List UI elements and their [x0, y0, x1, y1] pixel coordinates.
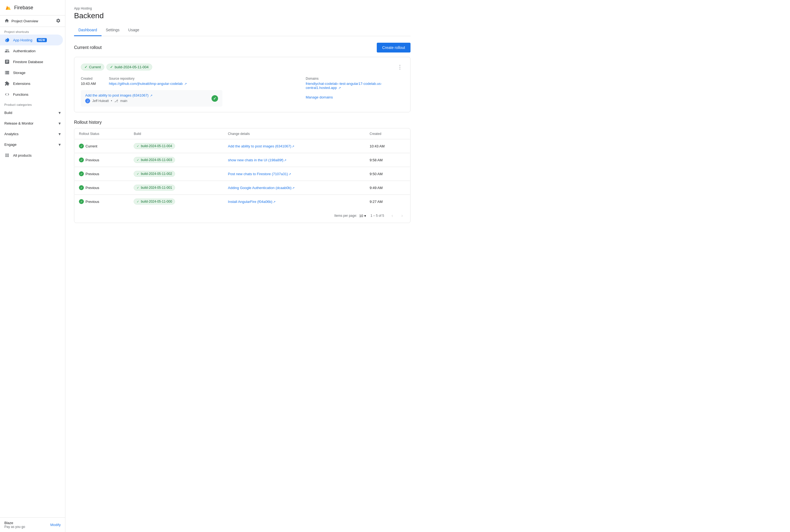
sidebar-item-authentication[interactable]: Authentication [0, 45, 63, 56]
meta-domains: Domains friendlychat-codelab--test-angul… [306, 77, 404, 90]
sidebar: Firebase Project Overview Project shortc… [0, 0, 65, 532]
row-status: ✓Previous [75, 181, 130, 195]
blaze-title: Blaze [4, 521, 25, 525]
change-link[interactable]: Install AngularFire (f04a06b)↗ [228, 200, 275, 204]
prev-page-button[interactable]: ‹ [388, 212, 396, 220]
current-tag: ✓ Current [81, 64, 104, 71]
functions-label: Functions [13, 93, 28, 97]
row-created: 9:27 AM [365, 195, 410, 209]
table-row: ✓Previous✓build-2024-05-11-003show new c… [75, 153, 410, 167]
card-right: Domains friendlychat-codelab--test-angul… [295, 77, 404, 107]
new-badge: NEW [37, 38, 47, 42]
grid-icon [4, 153, 10, 158]
sidebar-item-firestore[interactable]: Firestore Database [0, 56, 63, 67]
domain-link[interactable]: friendlychat-codelab--test-angular17-cod… [306, 81, 404, 90]
change-link[interactable]: Adding Google Authentication (dcaab0b)↗ [228, 186, 294, 190]
all-products-label: All products [13, 153, 32, 157]
build-tag-cell: ✓build-2024-05-11-002 [134, 171, 175, 177]
commit-meta: J Jeff Huleatt • ⎇ main [85, 98, 152, 103]
row-build: ✓build-2024-05-11-003 [129, 153, 223, 167]
pagination-text: 1 – 5 of 5 [370, 214, 384, 217]
rollout-history-title: Rollout history [74, 120, 410, 125]
app-hosting-label: App Hosting [13, 38, 32, 42]
sidebar-item-functions[interactable]: Functions [0, 89, 63, 100]
meta-source: Source repository https://github.com/jhu… [109, 77, 187, 86]
modify-button[interactable]: Modify [50, 523, 61, 527]
per-page-select[interactable]: 10 ▾ [359, 214, 366, 218]
change-link[interactable]: show new chats in the UI (198a89f)↗ [228, 158, 287, 162]
project-overview-left: Project Overview [4, 18, 38, 24]
sidebar-item-all-products[interactable]: All products [0, 150, 63, 161]
sidebar-item-extensions[interactable]: Extensions [0, 78, 63, 89]
table-row: ✓Current✓build-2024-05-11-004Add the abi… [75, 139, 410, 153]
row-change: Post new chats to Firestore (7107a31)↗ [223, 167, 365, 181]
authentication-label: Authentication [13, 49, 35, 53]
firestore-icon [4, 59, 10, 64]
sidebar-category-release-monitor[interactable]: Release & Monitor ▾ [0, 118, 65, 129]
change-link[interactable]: Add the ability to post images (6341067)… [228, 144, 294, 148]
manage-domains-link[interactable]: Manage domains [306, 95, 333, 99]
storage-label: Storage [13, 71, 25, 75]
table-footer: Items per page: 10 ▾ 1 – 5 of 5 ‹ › [74, 209, 410, 223]
row-change: show new chats in the UI (198a89f)↗ [223, 153, 365, 167]
next-page-button[interactable]: › [398, 212, 406, 220]
status-icon: ✓ [79, 171, 84, 176]
commit-row: Add the ability to post images (6341067)… [81, 90, 222, 107]
release-monitor-chevron-icon: ▾ [58, 121, 61, 126]
engage-chevron-icon: ▾ [58, 142, 61, 147]
sidebar-item-storage[interactable]: Storage [0, 67, 63, 78]
sidebar-header: Firebase [0, 0, 65, 16]
rollout-history-table: Rollout Status Build Change details Crea… [74, 128, 410, 209]
col-created: Created [365, 129, 410, 139]
current-check-icon: ✓ [85, 65, 87, 69]
authentication-icon [4, 48, 10, 54]
card-left: Created 10:43 AM Source repository https… [81, 77, 295, 107]
release-monitor-label: Release & Monitor [4, 121, 34, 126]
categories-label: Product categories [0, 100, 65, 108]
main-content: App Hosting Backend Dashboard Settings U… [65, 0, 790, 532]
sidebar-item-app-hosting[interactable]: App Hosting NEW [0, 35, 63, 45]
settings-icon[interactable] [56, 18, 61, 24]
project-overview-label: Project Overview [12, 19, 38, 23]
current-rollout-header: Current rollout Create rollout [74, 43, 410, 53]
build-tag-cell: ✓build-2024-05-11-004 [134, 143, 175, 149]
extensions-label: Extensions [13, 81, 31, 86]
row-status: ✓Previous [75, 195, 130, 209]
home-icon [4, 18, 9, 24]
three-dot-menu[interactable]: ⋮ [396, 62, 404, 71]
storage-icon [4, 70, 10, 75]
commit-branch: main [120, 99, 127, 103]
sidebar-category-engage[interactable]: Engage ▾ [0, 139, 65, 150]
change-link[interactable]: Post new chats to Firestore (7107a31)↗ [228, 172, 291, 176]
change-external-icon: ↗ [292, 186, 295, 190]
app-hosting-icon [4, 37, 10, 43]
meta-created: Created 10:43 AM [81, 77, 96, 86]
row-build: ✓build-2024-05-11-001 [129, 181, 223, 195]
sidebar-category-build[interactable]: Build ▾ [0, 108, 65, 118]
col-change: Change details [223, 129, 365, 139]
card-info-row: Created 10:43 AM Source repository https… [81, 77, 404, 107]
extensions-icon [4, 81, 10, 86]
tab-usage[interactable]: Usage [124, 24, 144, 36]
build-check-icon: ✓ [137, 172, 139, 176]
analytics-label: Analytics [4, 132, 19, 136]
per-page-chevron-icon: ▾ [364, 214, 366, 218]
blaze-subtitle: Pay as you go [4, 525, 25, 529]
source-repo-link[interactable]: https://github.com/jhuleatt/tmp-angular-… [109, 81, 187, 86]
commit-link[interactable]: Add the ability to post images (6341067)… [85, 93, 152, 97]
firebase-logo: Firebase [4, 4, 33, 12]
create-rollout-button[interactable]: Create rollout [377, 43, 410, 53]
row-change: Add the ability to post images (6341067)… [223, 139, 365, 153]
project-overview-row[interactable]: Project Overview [0, 16, 65, 27]
page-title: Backend [74, 12, 410, 20]
shortcuts-label: Project shortcuts [0, 27, 65, 35]
git-branch-icon: ⎇ [114, 99, 118, 103]
col-build: Build [129, 129, 223, 139]
tab-dashboard[interactable]: Dashboard [74, 24, 102, 36]
row-status: ✓Current [75, 139, 130, 153]
sidebar-category-analytics[interactable]: Analytics ▾ [0, 129, 65, 139]
build-success-icon: ✓ [212, 95, 218, 102]
commit-author: Jeff Huleatt [92, 99, 109, 103]
tab-settings[interactable]: Settings [102, 24, 124, 36]
change-external-icon: ↗ [289, 172, 291, 176]
